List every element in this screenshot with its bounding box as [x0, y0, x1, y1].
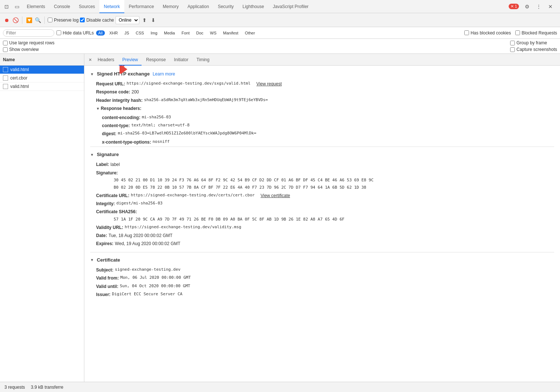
hide-data-urls-checkbox[interactable]: [56, 30, 61, 35]
detail-tab-timing[interactable]: Timing: [193, 54, 213, 66]
filter-media[interactable]: Media: [162, 30, 177, 36]
header-integrity-label: Header integrity hash:: [96, 97, 143, 104]
filter-doc[interactable]: Doc: [194, 30, 206, 36]
sig-label-value: label: [110, 161, 120, 168]
filter-ws[interactable]: WS: [208, 30, 219, 36]
blocked-requests-label[interactable]: Blocked Requests: [515, 30, 557, 36]
tab-lighthouse[interactable]: Lighthouse: [238, 0, 268, 13]
export-icon[interactable]: ⬇: [150, 16, 157, 24]
certificate-title: ▼ Certificate: [90, 256, 554, 264]
content-type-value: text/html; charset=utf-8: [131, 122, 190, 129]
subject-value: signed-exchange-testing.dev: [115, 266, 180, 274]
disable-cache-checkbox[interactable]: [80, 18, 85, 22]
hide-data-urls-label[interactable]: Hide data URLs: [56, 30, 94, 36]
request-item-2[interactable]: valid.html: [0, 82, 84, 91]
view-request-link[interactable]: View request: [256, 80, 282, 88]
content-encoding-value: mi-sha256-03: [142, 114, 171, 121]
response-header-2: digest: mi-sha256-03=LB7wdlHO51Z1Ze600lb…: [90, 130, 554, 137]
detail-tab-preview[interactable]: Preview: [119, 54, 142, 66]
expires-value: Wed, 19 Aug 2020 00:00:02 GMT: [115, 240, 180, 247]
sig-sig-row: Signature: 30 45 02 21 00 D1 10 39 24 F3…: [90, 169, 554, 191]
settings-icon[interactable]: ⚙: [522, 1, 532, 12]
valid-until-row: Valid until: Sun, 04 Oct 2020 00:00:00 G…: [90, 283, 554, 290]
device-icon[interactable]: ▭: [12, 0, 22, 13]
options-row: Use large request rows Show overview Gro…: [0, 39, 560, 54]
filter-icon[interactable]: 🔽: [25, 16, 33, 24]
tab-elements[interactable]: Elements: [22, 0, 50, 13]
filter-img[interactable]: Img: [149, 30, 160, 36]
learn-more-link[interactable]: Learn more: [153, 70, 175, 78]
show-overview-checkbox[interactable]: [3, 47, 8, 52]
request-url-value: https://signed-exchange-testing.dev/sxgs…: [127, 80, 250, 88]
import-icon[interactable]: ⬆: [141, 16, 148, 24]
show-overview-label[interactable]: Show overview: [3, 47, 54, 52]
search-icon[interactable]: 🔍: [34, 16, 41, 24]
filter-all[interactable]: All: [96, 30, 105, 36]
filter-css[interactable]: CSS: [133, 30, 146, 36]
disable-cache-label[interactable]: Disable cache: [80, 18, 114, 23]
integrity-row: Integrity: digest/mi-sha256-03: [90, 200, 554, 207]
request-icon-0: [3, 67, 8, 72]
group-by-frame-label[interactable]: Group by frame: [510, 40, 557, 45]
tab-js-profiler[interactable]: JavaScript Profiler: [268, 0, 313, 13]
transferred-size: 3.9 kB transferre: [31, 385, 63, 390]
requests-count: 3 requests: [4, 385, 25, 390]
more-icon[interactable]: ⋮: [534, 1, 544, 12]
detail-close-button[interactable]: ×: [87, 57, 93, 63]
cert-url-row: Certificate URL: https://signed-exchange…: [90, 192, 554, 199]
tab-memory[interactable]: Memory: [158, 0, 183, 13]
tab-sources[interactable]: Sources: [74, 0, 99, 13]
tab-performance[interactable]: Performance: [124, 0, 158, 13]
valid-from-value: Mon, 06 Jul 2020 00:00:00 GMT: [120, 274, 191, 282]
tab-security[interactable]: Security: [213, 0, 238, 13]
sig-label-row: Label: label: [90, 161, 554, 168]
cert-url-label: Certificate URL:: [96, 192, 129, 199]
large-rows-label[interactable]: Use large request rows: [3, 40, 54, 45]
stop-button[interactable]: 🚫: [12, 16, 19, 24]
filter-xhr[interactable]: XHR: [107, 30, 120, 36]
digest-label: digest:: [102, 130, 116, 137]
request-item-1[interactable]: cert.cbor: [0, 74, 84, 82]
response-code-row: Response code: 200: [90, 88, 554, 96]
triangle-icon-3: ▼: [90, 152, 94, 158]
throttle-select[interactable]: Online: [116, 16, 139, 24]
record-button[interactable]: ⏺: [3, 16, 10, 24]
detail-tab-initiator[interactable]: Initiator: [170, 54, 192, 66]
filter-manifest[interactable]: Manifest: [221, 30, 241, 36]
filter-js[interactable]: JS: [122, 30, 131, 36]
filter-other[interactable]: Other: [243, 30, 257, 36]
filter-input[interactable]: [3, 29, 54, 37]
has-blocked-cookies-checkbox[interactable]: [464, 30, 469, 35]
preserve-log-checkbox[interactable]: [48, 18, 52, 22]
has-blocked-cookies-label[interactable]: Has blocked cookies: [464, 30, 511, 36]
tab-application[interactable]: Application: [183, 0, 213, 13]
inspect-icon[interactable]: ⊡: [1, 0, 12, 13]
request-item-name-2: valid.html: [10, 84, 29, 89]
filter-font[interactable]: Font: [179, 30, 192, 36]
view-certificate-link[interactable]: View certificate: [260, 192, 290, 199]
sig-sig-label: Signature:: [96, 169, 553, 177]
detail-tab-headers[interactable]: Headers: [94, 54, 118, 66]
detail-tab-response[interactable]: Response: [142, 54, 169, 66]
options-left: Use large request rows Show overview: [3, 40, 54, 52]
request-item-0[interactable]: valid.html: [0, 66, 84, 74]
request-list: Name valid.html cert.cbor valid.html: [0, 54, 84, 382]
blocked-requests-checkbox[interactable]: [515, 30, 520, 35]
capture-screenshots-label[interactable]: Capture screenshots: [510, 47, 557, 52]
close-devtools-icon[interactable]: ✕: [545, 1, 556, 12]
large-rows-checkbox[interactable]: [3, 41, 8, 45]
cert-sha256-row: Certificate SHA256: 57 1A 1F 20 9C CA A9…: [90, 208, 554, 223]
valid-until-value: Sun, 04 Oct 2020 00:00:00 GMT: [120, 283, 190, 290]
tab-console[interactable]: Console: [50, 0, 74, 13]
tab-network[interactable]: Network: [99, 0, 124, 13]
request-url-row: Request URL: https://signed-exchange-tes…: [90, 80, 554, 88]
preserve-log-label[interactable]: Preserve log: [48, 18, 78, 23]
group-by-frame-checkbox[interactable]: [510, 41, 515, 45]
signed-http-exchange-section: ▼ Signed HTTP exchange Learn more Reques…: [90, 70, 554, 146]
valid-until-label: Valid until:: [96, 283, 118, 290]
date-row: Date: Tue, 18 Aug 2020 00:00:02 GMT: [90, 232, 554, 239]
x-content-type-label: x-content-type-options:: [102, 138, 151, 146]
cert-sha256-label: Certificate SHA256:: [96, 208, 553, 215]
triangle-icon-1: ▼: [90, 71, 94, 77]
capture-screenshots-checkbox[interactable]: [510, 47, 515, 52]
